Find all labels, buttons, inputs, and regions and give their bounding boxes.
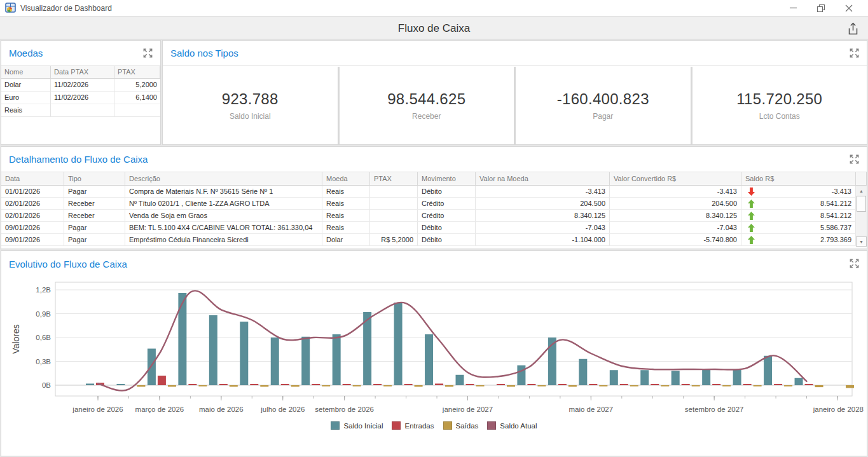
- bar-saldo-inicial[interactable]: [425, 334, 433, 385]
- table-row[interactable]: Dolar 11/02/2026 5,2000: [1, 79, 160, 92]
- column-header[interactable]: Data PTAX: [51, 66, 114, 79]
- bar-entradas[interactable]: [712, 384, 720, 385]
- bar-saídas[interactable]: [353, 385, 361, 386]
- kpi-card-receber[interactable]: 98.544.625 Receber: [340, 67, 514, 144]
- export-button[interactable]: [844, 20, 862, 37]
- bar-saldo-inicial[interactable]: [301, 337, 310, 385]
- bar-saídas[interactable]: [630, 385, 638, 386]
- expand-icon[interactable]: [142, 48, 154, 59]
- bar-saídas[interactable]: [198, 385, 207, 386]
- bar-saldo-inicial[interactable]: [610, 370, 618, 385]
- bar-saídas[interactable]: [846, 385, 854, 388]
- close-button[interactable]: [835, 1, 863, 16]
- expand-icon[interactable]: [849, 48, 860, 59]
- bar-saídas[interactable]: [168, 385, 176, 387]
- table-row[interactable]: 02/01/2026ReceberNº Título 0201/1 , Clie…: [1, 198, 867, 210]
- scroll-down-button[interactable]: ▼: [856, 236, 867, 247]
- bar-entradas[interactable]: [743, 384, 752, 385]
- table-row[interactable]: Euro 11/02/2026 6,1400: [1, 92, 160, 104]
- bar-saldo-inicial[interactable]: [733, 369, 741, 385]
- table-row[interactable]: 02/01/2026ReceberVenda de Soja em GraosR…: [1, 210, 867, 222]
- column-header[interactable]: Data: [1, 172, 64, 186]
- bar-saldo-inicial[interactable]: [116, 384, 125, 385]
- bar-saldo-inicial[interactable]: [672, 371, 680, 386]
- bar-saldo-inicial[interactable]: [456, 375, 464, 385]
- bar-saídas[interactable]: [507, 385, 515, 387]
- bar-saldo-inicial[interactable]: [178, 293, 186, 385]
- bar-saldo-inicial[interactable]: [240, 322, 248, 385]
- bar-entradas[interactable]: [158, 376, 166, 385]
- bar-entradas[interactable]: [312, 384, 320, 385]
- bar-saídas[interactable]: [568, 385, 577, 387]
- bar-saldo-inicial[interactable]: [148, 349, 156, 386]
- column-header[interactable]: Movimento: [418, 172, 476, 186]
- bar-entradas[interactable]: [805, 384, 813, 385]
- bar-entradas[interactable]: [404, 384, 413, 385]
- bar-saídas[interactable]: [445, 385, 453, 387]
- window-titlebar[interactable]: Visualizador de Dashboard: [0, 0, 868, 17]
- table-row[interactable]: 01/01/2026PagarCompra de Materiais N.F. …: [1, 186, 867, 198]
- scrollbar-thumb[interactable]: [857, 196, 866, 212]
- minimize-button[interactable]: [779, 1, 807, 16]
- bar-saldo-inicial[interactable]: [209, 315, 217, 385]
- bar-entradas[interactable]: [497, 384, 505, 385]
- column-header[interactable]: Descrição: [125, 172, 322, 186]
- table-row[interactable]: 09/01/2026PagarEmpréstimo Cédula Finance…: [1, 234, 867, 246]
- expand-icon[interactable]: [849, 154, 860, 165]
- bar-saídas[interactable]: [322, 385, 330, 386]
- kpi-card-saldo-inicial[interactable]: 923.788 Saldo Inicial: [163, 67, 338, 144]
- bar-entradas[interactable]: [558, 384, 567, 385]
- vertical-scrollbar[interactable]: ▲ ▼: [856, 186, 867, 247]
- bar-entradas[interactable]: [620, 384, 628, 385]
- bar-saídas[interactable]: [537, 385, 546, 386]
- bar-saídas[interactable]: [476, 385, 485, 386]
- bar-saídas[interactable]: [291, 385, 300, 387]
- bar-saídas[interactable]: [260, 385, 268, 387]
- restore-button[interactable]: [807, 1, 835, 16]
- legend-item-saldo-inicial[interactable]: Saldo Inicial: [331, 421, 383, 430]
- bar-saldo-inicial[interactable]: [640, 370, 649, 385]
- column-header[interactable]: Moeda: [322, 172, 370, 186]
- bar-entradas[interactable]: [219, 384, 228, 385]
- bar-saldo-inicial[interactable]: [271, 338, 279, 385]
- kpi-card-pagar[interactable]: -160.400.823 Pagar: [516, 67, 691, 144]
- bar-entradas[interactable]: [466, 384, 474, 385]
- bar-entradas[interactable]: [281, 384, 289, 385]
- bar-saídas[interactable]: [692, 385, 700, 386]
- bar-saldo-inicial[interactable]: [702, 369, 710, 385]
- bar-entradas[interactable]: [373, 384, 382, 385]
- bar-saídas[interactable]: [722, 385, 731, 386]
- bar-entradas[interactable]: [774, 384, 782, 385]
- column-header[interactable]: PTAX: [370, 172, 418, 186]
- legend-item-entradas[interactable]: Entradas: [392, 421, 434, 430]
- legend-item-saldo-atual[interactable]: Saldo Atual: [487, 421, 537, 430]
- column-header[interactable]: Nome: [1, 66, 51, 79]
- bar-saídas[interactable]: [137, 385, 145, 387]
- table-row[interactable]: 09/01/2026PagarBEM: TL 5.100 4X4 C/CABIN…: [1, 222, 867, 234]
- bar-entradas[interactable]: [682, 384, 690, 385]
- scroll-up-button[interactable]: ▲: [856, 186, 867, 196]
- bar-entradas[interactable]: [651, 384, 659, 385]
- expand-icon[interactable]: [849, 258, 860, 269]
- bar-saídas[interactable]: [754, 385, 762, 386]
- bar-entradas[interactable]: [250, 384, 258, 385]
- bar-saídas[interactable]: [383, 385, 392, 386]
- bar-saídas[interactable]: [415, 385, 423, 387]
- bar-saldo-inicial[interactable]: [394, 303, 403, 385]
- bar-entradas[interactable]: [188, 384, 196, 385]
- kpi-card-lcto-contas[interactable]: 115.720.250 Lcto Contas: [692, 67, 867, 144]
- bar-saídas[interactable]: [230, 385, 238, 387]
- bar-saídas[interactable]: [784, 385, 792, 386]
- column-header[interactable]: Saldo R$: [741, 172, 856, 186]
- bar-saldo-inicial[interactable]: [764, 356, 772, 385]
- bar-saldo-inicial[interactable]: [795, 378, 803, 385]
- bar-saídas[interactable]: [815, 385, 823, 387]
- bar-entradas[interactable]: [589, 384, 597, 385]
- bar-saídas[interactable]: [599, 385, 607, 386]
- column-header[interactable]: Tipo: [64, 172, 125, 186]
- column-header[interactable]: Valor na Moeda: [476, 172, 610, 186]
- column-header[interactable]: Valor Convertido R$: [610, 172, 741, 186]
- bar-saldo-inicial[interactable]: [579, 359, 587, 385]
- bar-saldo-inicial[interactable]: [333, 334, 341, 385]
- bar-entradas[interactable]: [435, 384, 443, 386]
